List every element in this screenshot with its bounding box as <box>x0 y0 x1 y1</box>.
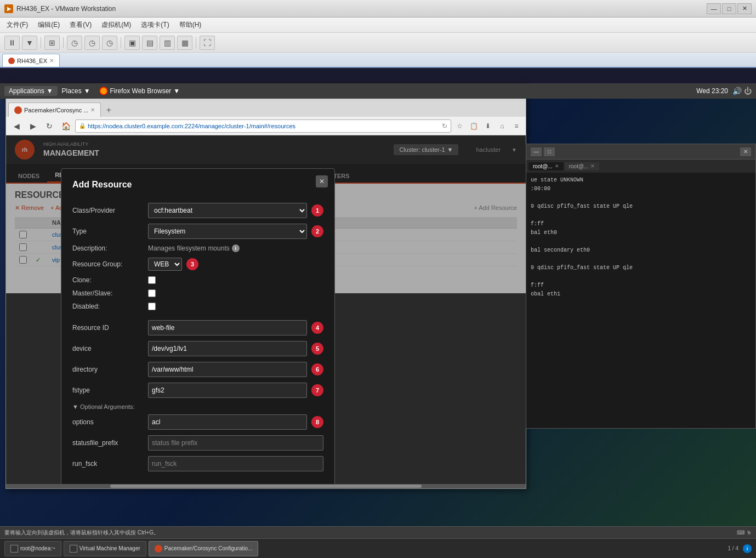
term-tab-2[interactable]: root@... ✕ <box>565 162 600 170</box>
toolbar-view1-btn[interactable]: ▣ <box>124 36 140 50</box>
run-fsck-row: run_fsck <box>72 456 323 471</box>
type-select[interactable]: Filesystem <box>148 224 307 239</box>
device-input[interactable] <box>148 341 307 356</box>
statusfile-prefix-input[interactable] <box>148 435 323 451</box>
applications-menu[interactable]: Applications ▼ <box>4 86 58 96</box>
master-slave-checkbox[interactable] <box>148 289 156 297</box>
term-tab2-close[interactable]: ✕ <box>590 163 595 169</box>
ff-tab-icon <box>14 106 22 114</box>
taskbar-vmm-btn[interactable]: Virtual Machine Manager <box>64 541 146 556</box>
toolbar-fullscreen-btn[interactable]: ⛶ <box>200 36 215 50</box>
ff-back-btn[interactable]: ◀ <box>9 119 24 133</box>
vmware-maximize-btn[interactable]: □ <box>722 3 736 14</box>
vm-tab-icon <box>8 58 15 64</box>
toolbar-snapshot2-btn[interactable]: ◷ <box>84 36 100 50</box>
clone-label: Clone: <box>72 276 144 284</box>
vmware-close-btn[interactable]: ✕ <box>737 3 752 14</box>
fstype-input[interactable] <box>148 383 307 398</box>
ff-navbar: ◀ ▶ ↻ 🏠 🔒 https://nodea.cluster0.example… <box>6 117 526 135</box>
options-row: options 8 <box>72 414 323 430</box>
step-badge-8: 8 <box>311 416 323 428</box>
ff-urlbar[interactable]: 🔒 https://nodea.cluster0.example.com:222… <box>75 119 451 133</box>
clone-row: Clone: <box>72 276 323 284</box>
directory-input[interactable] <box>148 362 307 377</box>
ff-refresh-btn[interactable]: ↻ <box>42 119 56 133</box>
toolbar-view2-btn[interactable]: ▤ <box>142 36 157 50</box>
statusbar: 要将输入定向到该虚拟机，请将鼠标指针移入其中或按 Ctrl+G。 ⌨ 🖱 <box>0 526 756 538</box>
term-line: 9 qdisc pfifo_fast state UP qle <box>531 202 751 211</box>
ff-home-btn[interactable]: 🏠 <box>59 119 73 133</box>
toolbar-connect-btn[interactable]: ⊞ <box>44 36 60 50</box>
ff-tab-pacemaker[interactable]: Pacemaker/Corosync ... ✕ <box>8 103 101 117</box>
ff-bookmark-btn[interactable]: ☆ <box>453 120 465 132</box>
vm-tab-rh436[interactable]: RH436_EX ✕ <box>2 54 60 67</box>
menu-vm[interactable]: 虚拟机(M) <box>97 19 135 31</box>
run-fsck-input[interactable] <box>148 456 323 471</box>
toolbar-sep-3 <box>121 37 121 48</box>
ff-forward-btn[interactable]: ▶ <box>26 119 40 133</box>
term-line: f:ff <box>531 220 751 229</box>
taskbar-terminal-btn[interactable]: root@nodea:~ <box>4 541 61 556</box>
term-line <box>531 193 751 202</box>
class-provider-select[interactable]: ocf:heartbeat <box>148 203 307 218</box>
firefox-window: — □ ✕ Pacemaker/Corosync Configuration –… <box>5 83 526 489</box>
info-icon[interactable]: i <box>232 244 240 252</box>
volume-icon[interactable]: 🔊 <box>732 87 742 95</box>
ff-homebar-btn[interactable]: ⌂ <box>496 120 508 132</box>
menu-edit[interactable]: 编辑(E) <box>33 19 64 31</box>
resource-group-select[interactable]: WEB <box>148 258 182 271</box>
toolbar-view4-btn[interactable]: ▦ <box>177 36 192 50</box>
menu-tabs[interactable]: 选项卡(T) <box>137 19 173 31</box>
term-maximize-btn[interactable]: □ <box>544 147 555 156</box>
ff-clipboard-btn[interactable]: 📋 <box>468 120 480 132</box>
vmware-window-controls: — □ ✕ <box>707 3 752 14</box>
menu-file[interactable]: 文件(F) <box>2 19 32 31</box>
term-tab1-close[interactable]: ✕ <box>555 163 559 169</box>
term-close-btn[interactable]: ✕ <box>740 147 751 156</box>
disabled-checkbox[interactable] <box>148 303 156 310</box>
vmware-minimize-btn[interactable]: — <box>707 3 721 14</box>
ff-download-btn[interactable]: ⬇ <box>482 120 494 132</box>
resource-group-label: Resource Group: <box>72 260 144 268</box>
ff-new-tab-btn[interactable]: + <box>102 104 115 117</box>
lock-icon: 🔒 <box>79 123 86 129</box>
dialog-close-btn[interactable]: ✕ <box>316 175 328 187</box>
terminal-taskbar-icon <box>10 545 18 553</box>
vmware-toolbar: ⏸ ▼ ⊞ ◷ ◷ ◷ ▣ ▤ ▥ ▦ ⛶ <box>0 33 756 53</box>
toolbar-snapshot3-btn[interactable]: ◷ <box>102 36 117 50</box>
device-row: device 5 <box>72 341 323 356</box>
term-line <box>531 237 751 246</box>
ff-scrollbar-h[interactable] <box>6 484 526 488</box>
clone-checkbox[interactable] <box>148 276 156 284</box>
term-line <box>531 255 751 264</box>
term-minimize-btn[interactable]: — <box>531 147 542 156</box>
resource-group-row: Resource Group: WEB 3 <box>72 258 323 271</box>
ff-menu-btn[interactable]: ≡ <box>510 120 522 132</box>
ff-tab-close[interactable]: ✕ <box>90 107 95 113</box>
toolbar-pause-btn[interactable]: ⏸ <box>4 36 20 50</box>
refresh-small-icon[interactable]: ↻ <box>442 122 447 130</box>
firefox-menu-btn[interactable]: Firefox Web Browser ▼ <box>95 86 185 96</box>
statusfile-prefix-label: statusfile_prefix <box>72 439 144 447</box>
info-circle[interactable]: i <box>743 544 752 553</box>
type-row: Type Filesystem 2 <box>72 224 323 239</box>
menu-help[interactable]: 帮助(H) <box>175 19 206 31</box>
terminal-tabs: root@... ✕ root@... ✕ <box>526 160 755 173</box>
ff-content: rh HIGH AVAILABILITY MANAGEMENT Cluster:… <box>6 135 526 488</box>
vm-tab-close[interactable]: ✕ <box>49 58 54 64</box>
disabled-row: Disabled: <box>72 303 323 310</box>
menu-view[interactable]: 查看(V) <box>65 19 96 31</box>
options-input[interactable] <box>148 414 307 430</box>
term-tab-1[interactable]: root@... ✕ <box>528 162 564 170</box>
places-menu[interactable]: Places ▼ <box>58 86 95 96</box>
term-line: bal eth0 <box>531 229 751 237</box>
optional-args-toggle[interactable]: ▼ Optional Arguments: <box>72 403 323 410</box>
toolbar-view3-btn[interactable]: ▥ <box>160 36 175 50</box>
term-line: 9 qdisc pfifo_fast state UP qle <box>531 264 751 272</box>
toolbar-snapshot1-btn[interactable]: ◷ <box>67 36 82 50</box>
resource-id-input[interactable] <box>148 320 307 335</box>
disabled-label: Disabled: <box>72 303 144 310</box>
taskbar-firefox-btn[interactable]: Pacemaker/Corosync Configuratio... <box>149 541 259 556</box>
toolbar-dropdown-btn[interactable]: ▼ <box>22 36 37 50</box>
power-icon[interactable]: ⏻ <box>744 87 752 95</box>
